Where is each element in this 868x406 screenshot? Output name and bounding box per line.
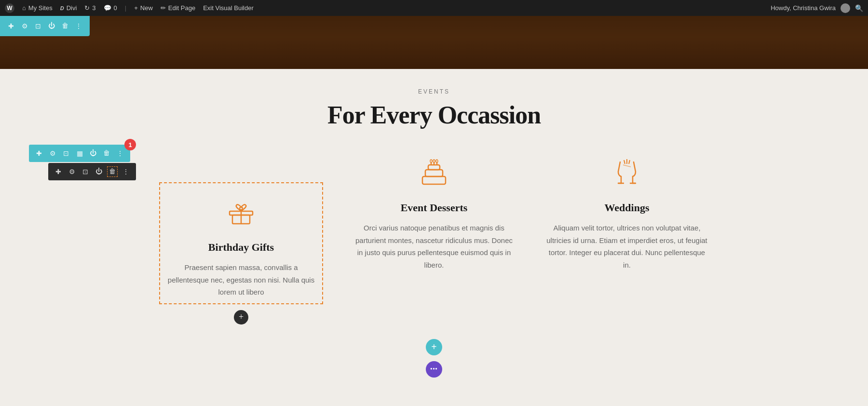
row-delete-icon[interactable]: 🗑	[101, 148, 112, 159]
add-row-button[interactable]: +	[426, 339, 442, 355]
section-settings-icon[interactable]: ⚙	[19, 21, 30, 31]
svg-line-19	[623, 165, 631, 167]
bottom-actions: + •••	[10, 339, 858, 378]
col-duplicate-icon[interactable]: ⊡	[80, 166, 91, 177]
col-add-module-button[interactable]: +	[234, 310, 248, 325]
edit-page-button[interactable]: ✏ Edit Page	[161, 4, 195, 12]
notification-badge: 1	[124, 139, 136, 150]
section-duplicate-icon[interactable]: ⊡	[33, 21, 43, 31]
section-delete-icon[interactable]: 🗑	[60, 21, 70, 31]
row-grid-icon[interactable]: ▦	[74, 148, 85, 159]
user-greeting: Howdy, Christina Gwira	[771, 4, 836, 12]
divi-menu[interactable]: D Divi	[60, 4, 77, 12]
row-settings-icon[interactable]: ⚙	[47, 148, 58, 159]
divi-icon: D	[60, 5, 64, 11]
weddings-icon-container	[545, 153, 709, 192]
desserts-title: Event Desserts	[352, 202, 516, 214]
user-avatar[interactable]	[841, 3, 850, 13]
plus-icon: +	[134, 4, 138, 12]
col-add-icon[interactable]: ✚	[53, 166, 64, 177]
new-button[interactable]: + New	[134, 4, 153, 12]
updates-count: 3	[92, 4, 95, 12]
events-header: EVENTS For Every Occassion	[10, 88, 858, 129]
house-icon: ⌂	[22, 4, 26, 12]
col-desserts: Event Desserts Orci varius natoque penat…	[352, 153, 516, 325]
pencil-icon: ✏	[161, 4, 166, 12]
hero-banner: ✚ ⚙ ⊡ ⏻ 🗑 ⋮	[0, 16, 868, 69]
my-sites-menu[interactable]: ⌂ My Sites	[22, 4, 53, 12]
row-add-icon[interactable]: ✚	[34, 148, 44, 159]
admin-bar: W ⌂ My Sites D Divi ↻ 3 💬 0 | + New ✏ Ed…	[0, 0, 868, 16]
section-wrapper: ✚ ⚙ ⊡ ▦ ⏻ 🗑 ⋮ 1 ✚ ⚙ ⊡ ⏻ 🗑 ⋮	[10, 153, 858, 378]
weddings-title: Weddings	[545, 202, 709, 214]
new-label: New	[140, 4, 153, 12]
svg-line-18	[629, 160, 630, 164]
updates-icon: ↻	[84, 4, 90, 12]
gift-icon	[226, 197, 257, 228]
three-col-layout: Birthday Gifts Praesent sapien massa, co…	[145, 153, 723, 325]
svg-rect-5	[422, 176, 446, 184]
row-toolbar: ✚ ⚙ ⊡ ▦ ⏻ 🗑 ⋮ 1	[29, 145, 130, 162]
birthday-title: Birthday Gifts	[165, 241, 317, 254]
wordpress-icon: W	[5, 3, 14, 13]
col-settings-icon[interactable]: ⚙	[67, 166, 77, 177]
col-more-icon[interactable]: ⋮	[121, 166, 131, 177]
row-more-icon[interactable]: ⋮	[115, 148, 125, 159]
comments-count: 0	[114, 4, 117, 12]
section-disable-icon[interactable]: ⏻	[46, 21, 57, 31]
comments-icon: 💬	[104, 4, 111, 12]
admin-bar-right: Howdy, Christina Gwira 🔍	[771, 3, 863, 13]
birthday-icon-container	[165, 193, 317, 231]
section-add-icon[interactable]: ✚	[6, 21, 16, 31]
col-toolbar: ✚ ⚙ ⊡ ⏻ 🗑 ⋮	[48, 163, 136, 180]
row-duplicate-icon[interactable]: ⊡	[61, 148, 71, 159]
exit-builder-label: Exit Visual Builder	[203, 4, 254, 12]
desserts-text: Orci varius natoque penatibus et magnis …	[352, 222, 516, 271]
section-more-icon[interactable]: ⋮	[73, 21, 84, 31]
events-label: EVENTS	[10, 88, 858, 95]
main-content: EVENTS For Every Occassion ✚ ⚙ ⊡ ▦ ⏻ 🗑 ⋮…	[0, 69, 868, 406]
edit-page-label: Edit Page	[168, 4, 195, 12]
divi-label: Divi	[67, 4, 77, 12]
col-disable-icon[interactable]: ⏻	[94, 166, 104, 177]
row-disable-icon[interactable]: ⏻	[88, 148, 98, 159]
my-sites-label: My Sites	[28, 4, 53, 12]
svg-line-17	[624, 160, 625, 164]
exit-visual-builder-button[interactable]: Exit Visual Builder	[203, 4, 254, 12]
cake-icon	[419, 157, 449, 188]
updates-menu[interactable]: ↻ 3	[84, 4, 95, 12]
weddings-text: Aliquam velit tortor, ultrices non volut…	[545, 222, 709, 271]
divider: |	[125, 4, 126, 12]
comments-menu[interactable]: 💬 0	[104, 4, 117, 12]
search-icon[interactable]: 🔍	[855, 4, 863, 12]
wp-logo[interactable]: W	[5, 3, 14, 13]
col-delete-icon[interactable]: 🗑	[107, 166, 118, 177]
desserts-icon-container	[352, 153, 516, 192]
col-birthday-wrapper: Birthday Gifts Praesent sapien massa, co…	[159, 182, 323, 304]
svg-rect-7	[428, 165, 440, 170]
col-weddings: Weddings Aliquam velit tortor, ultrices …	[545, 153, 709, 325]
section-toolbar: ✚ ⚙ ⊡ ⏻ 🗑 ⋮	[0, 16, 90, 36]
svg-rect-6	[425, 170, 443, 176]
events-title: For Every Occassion	[10, 101, 858, 129]
champagne-icon	[610, 155, 644, 190]
birthday-text: Praesent sapien massa, convallis a pelle…	[165, 261, 317, 298]
more-options-button[interactable]: •••	[426, 361, 442, 378]
col-birthday: Birthday Gifts Praesent sapien massa, co…	[159, 153, 323, 325]
